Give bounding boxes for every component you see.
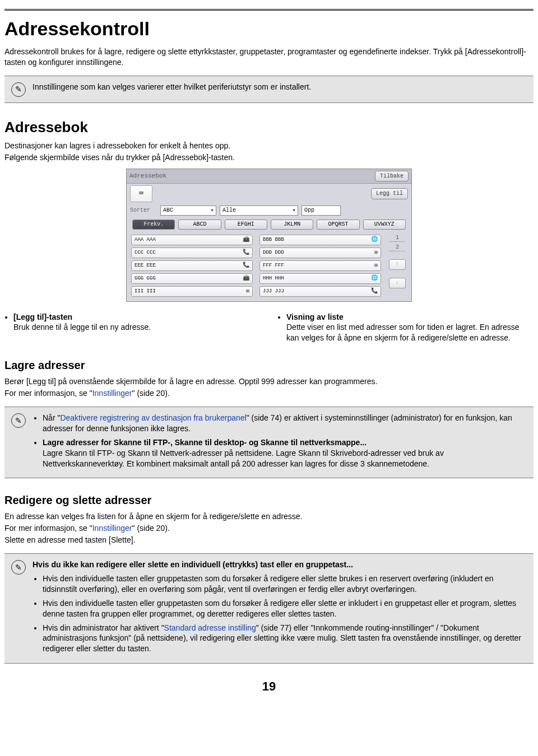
fax-icon: 📠 bbox=[243, 236, 249, 244]
innstillinger-link[interactable]: Innstillinger bbox=[92, 389, 132, 398]
tab-uvwxyz[interactable]: UVWXYZ bbox=[363, 220, 406, 230]
sort-label: Sorter bbox=[130, 207, 157, 214]
address-book-panel: Adressebok Tilbake ⌨ Legg til Sorter ABC… bbox=[126, 169, 412, 302]
sort-value: ABC bbox=[163, 207, 173, 214]
list-item[interactable]: BBB BBB🌐 bbox=[259, 235, 381, 245]
redigere-title: Redigere og slette adresser bbox=[4, 493, 534, 508]
pencil-icon: ✎ bbox=[11, 413, 26, 428]
list-item[interactable]: CCC CCC📞 bbox=[131, 248, 253, 258]
adressebok-p1: Destinasjoner kan lagres i adresseboken … bbox=[4, 141, 534, 151]
note3-head: Hvis du ikke kan redigere eller slette e… bbox=[33, 559, 527, 570]
visning-label: Visning av liste bbox=[286, 312, 344, 321]
filter-dropdown[interactable]: Alle▼ bbox=[220, 206, 298, 216]
scroll-up-button[interactable]: ↑ bbox=[389, 259, 406, 270]
legg-til-bullet: [Legg til]-tasten Bruk denne til å legge… bbox=[13, 312, 261, 333]
note2-bullet-2-body: Lagre Skann til FTP- og Skann til Nettve… bbox=[43, 449, 444, 468]
tab-opqrst[interactable]: OPQRST bbox=[317, 220, 359, 230]
lagre-adresser-title: Lagre adresser bbox=[4, 358, 534, 373]
note2-bullet-2: Lagre adresser for Skanne til FTP-, Skan… bbox=[43, 437, 527, 469]
note2-bullet-1: Når "Deaktivere registrering av destinas… bbox=[43, 413, 527, 434]
redigere-p1: En adresse kan velges fra listen for å å… bbox=[4, 511, 534, 522]
globe-icon: 🌐 bbox=[371, 236, 378, 244]
back-button[interactable]: Tilbake bbox=[375, 171, 409, 182]
note-box-1: ✎ Innstillingene som kan velges varierer… bbox=[4, 76, 534, 103]
mail-icon: ✉ bbox=[374, 262, 378, 269]
adressebok-p2: Følgende skjermbilde vises når du trykke… bbox=[4, 152, 534, 163]
top-rule bbox=[4, 9, 534, 11]
list-item[interactable]: III III✉ bbox=[131, 286, 253, 297]
list-item[interactable]: AAA AAA📠 bbox=[131, 235, 253, 245]
list-item[interactable]: HHH HHH🌐 bbox=[259, 273, 381, 284]
page-number-2[interactable]: 2 bbox=[389, 244, 406, 251]
note-1-text: Innstillingene som kan velges varierer e… bbox=[33, 82, 311, 92]
list-item[interactable]: FFF FFF✉ bbox=[259, 260, 381, 271]
phone-icon: 📞 bbox=[243, 249, 249, 256]
note3-bullet-1: Hvis den individuelle tasten eller grupp… bbox=[43, 573, 527, 595]
list-item[interactable]: DDD DDD✉ bbox=[259, 248, 381, 258]
legg-til-label: [Legg til]-tasten bbox=[13, 312, 72, 321]
page-number-1[interactable]: 1 bbox=[389, 235, 406, 242]
legg-til-text: Bruk denne til å legge til en ny adresse… bbox=[13, 323, 151, 332]
keyboard-icon[interactable]: ⌨ bbox=[130, 185, 152, 202]
fax-icon: 📠 bbox=[243, 274, 249, 282]
mail-icon: ✉ bbox=[246, 287, 249, 295]
direction-dropdown[interactable]: Opp bbox=[302, 206, 341, 216]
panel-title: Adressebok bbox=[129, 172, 375, 180]
page-title: Adressekontroll bbox=[4, 16, 534, 42]
chevron-down-icon: ▼ bbox=[211, 208, 214, 214]
tab-efghi[interactable]: EFGHI bbox=[225, 220, 267, 230]
mail-icon: ✉ bbox=[374, 249, 378, 256]
lagre-adresser-p1: Berør [Legg til] på ovenstående skjermbi… bbox=[4, 376, 534, 387]
chevron-down-icon: ▼ bbox=[293, 208, 295, 214]
note-box-2: ✎ Når "Deaktivere registrering av destin… bbox=[4, 407, 534, 478]
deaktivere-link[interactable]: Deaktivere registrering av destinasjon f… bbox=[60, 413, 246, 422]
sort-dropdown[interactable]: ABC▼ bbox=[160, 206, 216, 216]
tab-frekv[interactable]: Frekv. bbox=[132, 220, 175, 230]
note3-bullet-3: Hvis din administrator har aktivert "Sta… bbox=[43, 623, 527, 655]
filter-value: Alle bbox=[222, 207, 236, 214]
section-adressebok-title: Adressebok bbox=[4, 118, 534, 137]
phone-icon: 📞 bbox=[371, 287, 378, 295]
lagre-adresser-p2: For mer informasjon, se "Innstillinger" … bbox=[4, 388, 534, 399]
direction-value: Opp bbox=[304, 207, 314, 214]
note2-bullet-2-head: Lagre adresser for Skanne til FTP-, Skan… bbox=[43, 438, 367, 447]
note3-bullet-2: Hvis den individuelle tasten eller grupp… bbox=[43, 598, 527, 619]
list-item[interactable]: EEE EEE📞 bbox=[131, 260, 253, 271]
note-box-3: ✎ Hvis du ikke kan redigere eller slette… bbox=[4, 553, 534, 664]
redigere-p3: Slette en adresse med tasten [Slette]. bbox=[4, 535, 534, 545]
visning-text: Dette viser en list med adresser som for… bbox=[286, 323, 520, 342]
tab-jklmn[interactable]: JKLMN bbox=[271, 220, 313, 230]
scroll-down-button[interactable]: ↓ bbox=[389, 278, 406, 288]
redigere-p2: For mer informasjon, se "Innstillinger" … bbox=[4, 523, 534, 534]
page-number: 19 bbox=[4, 678, 534, 695]
intro-paragraph: Adressekontroll brukes for å lagre, redi… bbox=[4, 46, 534, 68]
add-button[interactable]: Legg til bbox=[371, 188, 408, 199]
globe-icon: 🌐 bbox=[371, 274, 378, 282]
innstillinger-link-2[interactable]: Innstillinger bbox=[92, 524, 132, 533]
tab-abcd[interactable]: ABCD bbox=[178, 220, 221, 230]
pencil-icon: ✎ bbox=[11, 560, 26, 575]
list-item[interactable]: JJJ JJJ📞 bbox=[259, 286, 381, 297]
list-item[interactable]: GGG GGG📠 bbox=[131, 273, 253, 284]
phone-icon: 📞 bbox=[243, 262, 249, 269]
standard-adresse-link[interactable]: Standard adresse instilling bbox=[164, 623, 256, 632]
visning-bullet: Visning av liste Dette viser en list med… bbox=[286, 312, 534, 344]
pencil-icon: ✎ bbox=[11, 82, 26, 97]
